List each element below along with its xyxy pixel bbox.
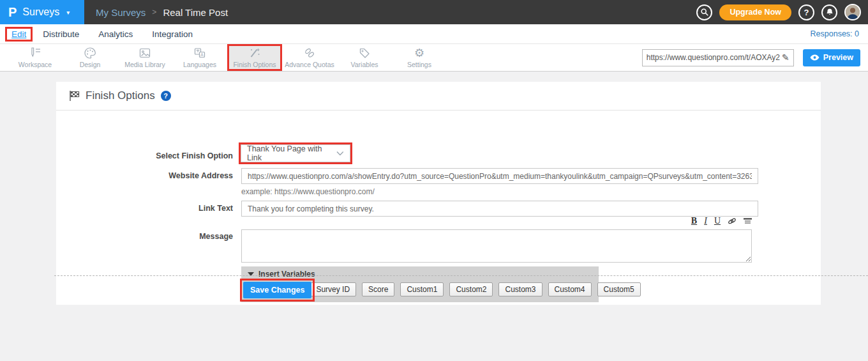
finish-options-help-icon[interactable]: ? (161, 91, 171, 101)
select-highlight-box: Thank You Page with Link (239, 142, 352, 164)
toolbar-item-settings[interactable]: ⚙ Settings (392, 44, 447, 71)
topbar-actions: Upgrade Now ? (696, 4, 861, 20)
svg-text:A: A (200, 52, 204, 57)
toolbar-item-label: Variables (351, 61, 378, 68)
save-changes-button[interactable]: Save Changes (243, 282, 311, 298)
toolbar-item-media-library[interactable]: Media Library (117, 44, 172, 71)
var-custom1-button[interactable]: Custom1 (400, 282, 444, 296)
eye-icon (810, 54, 819, 61)
questionpro-logo: P (8, 6, 17, 19)
website-address-example: example: https://www.questionpro.com/ (241, 187, 375, 196)
var-score-button[interactable]: Score (362, 282, 394, 296)
breadcrumb: My Surveys > Real Time Post (96, 7, 228, 18)
section-divider (54, 275, 868, 276)
breadcrumb-survey-name: Real Time Post (163, 7, 228, 18)
media-library-icon (138, 47, 151, 59)
design-palette-icon (84, 47, 96, 59)
toolbar-item-variables[interactable]: Variables (337, 44, 392, 71)
responses-count[interactable]: Responses: 0 (811, 29, 859, 38)
preview-button[interactable]: Preview (803, 49, 860, 66)
product-switcher[interactable]: P Surveys ▾ (0, 0, 84, 24)
message-format-toolbar: B I U (241, 217, 752, 226)
toolbar-item-label: Advance Quotas (285, 61, 334, 68)
message-label: Message (56, 232, 233, 241)
breadcrumb-my-surveys[interactable]: My Surveys (96, 7, 146, 18)
var-survey-id-button[interactable]: Survey ID (310, 282, 356, 296)
italic-button[interactable]: I (704, 217, 707, 226)
breadcrumb-separator: > (152, 8, 156, 17)
finish-option-selected-value: Thank You Page with Link (247, 144, 336, 162)
select-finish-option-label: Select Finish Option (56, 151, 233, 160)
toolbar-item-label: Languages (183, 61, 216, 68)
edit-url-pencil-icon[interactable]: ✎ (782, 52, 789, 63)
link-text-label: Link Text (56, 204, 233, 213)
toolbar-item-label: Design (80, 61, 101, 68)
card-title-bar: Finish Options ? (56, 82, 821, 111)
var-custom3-button[interactable]: Custom3 (498, 282, 542, 296)
underline-button[interactable]: U (714, 217, 721, 226)
topbar: P Surveys ▾ My Surveys > Real Time Post … (0, 0, 868, 24)
help-button[interactable]: ? (798, 4, 814, 20)
checkered-flag-icon (69, 90, 80, 102)
bell-icon (825, 8, 834, 17)
finish-option-select[interactable]: Thank You Page with Link (241, 144, 350, 162)
tab-integration[interactable]: Integration (152, 29, 193, 39)
magic-wand-icon (248, 47, 261, 59)
finish-options-card: Finish Options ? Select Finish Option Th… (56, 82, 821, 305)
toolbar-item-advance-quotas[interactable]: Advance Quotas (282, 44, 337, 71)
toolbar-item-label: Media Library (124, 61, 165, 68)
workspace-icon (28, 47, 42, 59)
upgrade-now-button[interactable]: Upgrade Now (719, 4, 791, 20)
var-custom2-button[interactable]: Custom2 (449, 282, 493, 296)
tag-icon (358, 47, 371, 59)
toolbar-item-label: Finish Options (233, 61, 276, 68)
edit-nav-tabs: Edit Distribute Analytics Integration Re… (0, 24, 868, 43)
languages-icon: A (193, 47, 206, 59)
question-mark-icon: ? (804, 8, 809, 17)
toolbar-item-label: Workspace (19, 61, 52, 68)
survey-url-box: ✎ (642, 49, 794, 66)
gear-icon: ⚙ (414, 47, 424, 59)
toolbar-item-finish-options[interactable]: Finish Options (227, 44, 282, 71)
var-custom4-button[interactable]: Custom4 (548, 282, 592, 296)
chain-link-icon (303, 47, 316, 59)
preview-label: Preview (823, 53, 853, 62)
page-title: Finish Options (86, 89, 155, 102)
caret-down-icon: ▾ (66, 9, 70, 16)
survey-url-input[interactable] (647, 53, 782, 62)
website-address-label: Website Address (56, 171, 233, 180)
link-text-input[interactable] (241, 201, 758, 217)
chevron-down-icon (336, 151, 344, 156)
toolbar-item-design[interactable]: Design (63, 44, 117, 71)
notifications-button[interactable] (821, 4, 837, 20)
tab-distribute[interactable]: Distribute (43, 29, 79, 39)
tab-edit[interactable]: Edit (5, 27, 33, 42)
toolbar-item-label: Settings (407, 61, 431, 68)
app-name: Surveys (22, 6, 59, 18)
search-button[interactable] (696, 4, 712, 20)
user-avatar[interactable] (844, 4, 861, 20)
var-custom5-button[interactable]: Custom5 (597, 282, 641, 296)
tab-analytics[interactable]: Analytics (98, 29, 133, 39)
avatar-photo (846, 5, 860, 19)
search-icon (700, 8, 709, 17)
edit-toolbar: Workspace Design Media Library A Languag… (0, 43, 868, 72)
website-address-input[interactable] (241, 168, 758, 184)
align-button[interactable] (744, 218, 752, 225)
insert-link-button[interactable] (728, 217, 737, 225)
bold-button[interactable]: B (691, 217, 697, 226)
save-highlight-box: Save Changes (240, 279, 315, 302)
toolbar-right: ✎ Preview (642, 44, 860, 71)
message-textarea[interactable] (241, 229, 752, 263)
insert-variables-title: Insert Variables (258, 270, 315, 279)
toolbar-item-workspace[interactable]: Workspace (8, 44, 63, 71)
toolbar-item-languages[interactable]: A Languages (172, 44, 227, 71)
